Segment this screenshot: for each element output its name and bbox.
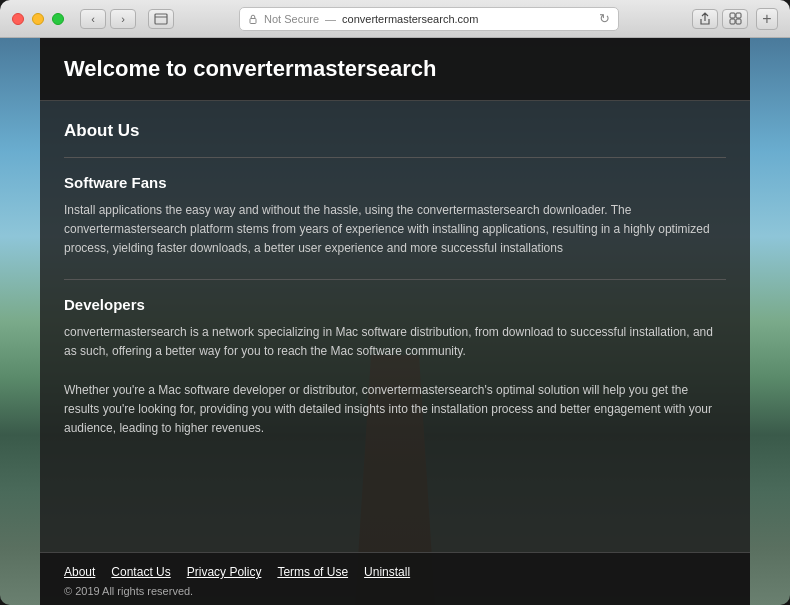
svg-rect-5 bbox=[730, 19, 735, 24]
nav-buttons: ‹ › bbox=[80, 9, 136, 29]
developers-text-2: Whether you're a Mac software developer … bbox=[64, 381, 726, 439]
footer-link-contact[interactable]: Contact Us bbox=[111, 565, 170, 579]
address-bar[interactable]: Not Secure — convertermastersearch.com ↻ bbox=[239, 7, 619, 31]
address-bar-container: Not Secure — convertermastersearch.com ↻ bbox=[182, 7, 676, 31]
tabs-button[interactable] bbox=[722, 9, 748, 29]
page-overlay: Welcome to convertermastersearch About U… bbox=[40, 38, 750, 605]
new-tab-button[interactable]: + bbox=[756, 8, 778, 30]
share-button[interactable] bbox=[692, 9, 718, 29]
footer-link-terms[interactable]: Terms of Use bbox=[277, 565, 348, 579]
security-indicator: Not Secure bbox=[264, 13, 319, 25]
page-footer: About Contact Us Privacy Policy Terms of… bbox=[40, 552, 750, 605]
svg-rect-0 bbox=[155, 14, 167, 24]
software-fans-text: Install applications the easy way and wi… bbox=[64, 201, 726, 259]
site-title: Welcome to convertermastersearch bbox=[64, 56, 726, 82]
close-button[interactable] bbox=[12, 13, 24, 25]
software-fans-heading: Software Fans bbox=[64, 174, 726, 191]
svg-rect-3 bbox=[730, 13, 735, 18]
about-us-heading: About Us bbox=[64, 121, 726, 141]
browser-content: Welcome to convertermastersearch About U… bbox=[0, 38, 790, 605]
developers-heading: Developers bbox=[64, 296, 726, 313]
svg-rect-6 bbox=[736, 19, 741, 24]
divider-1 bbox=[64, 157, 726, 158]
developers-text-1: convertermastersearch is a network speci… bbox=[64, 323, 726, 361]
site-header: Welcome to convertermastersearch bbox=[40, 38, 750, 101]
footer-link-uninstall[interactable]: Uninstall bbox=[364, 565, 410, 579]
svg-rect-2 bbox=[250, 18, 256, 23]
browser-window: ‹ › Not Secure — convertermastersearch.c… bbox=[0, 0, 790, 605]
svg-rect-4 bbox=[736, 13, 741, 18]
divider-2 bbox=[64, 279, 726, 280]
tab-view-button[interactable] bbox=[148, 9, 174, 29]
back-button[interactable]: ‹ bbox=[80, 9, 106, 29]
minimize-button[interactable] bbox=[32, 13, 44, 25]
toolbar-right bbox=[692, 9, 748, 29]
footer-links: About Contact Us Privacy Policy Terms of… bbox=[64, 565, 726, 579]
separator: — bbox=[325, 13, 336, 25]
footer-link-privacy[interactable]: Privacy Policy bbox=[187, 565, 262, 579]
title-bar: ‹ › Not Secure — convertermastersearch.c… bbox=[0, 0, 790, 38]
lock-icon bbox=[248, 14, 258, 24]
copyright-text: © 2019 All rights reserved. bbox=[64, 585, 726, 597]
url-display: convertermastersearch.com bbox=[342, 13, 478, 25]
refresh-button[interactable]: ↻ bbox=[599, 11, 610, 26]
footer-link-about[interactable]: About bbox=[64, 565, 95, 579]
maximize-button[interactable] bbox=[52, 13, 64, 25]
forward-button[interactable]: › bbox=[110, 9, 136, 29]
page-body[interactable]: About Us Software Fans Install applicati… bbox=[40, 101, 750, 552]
